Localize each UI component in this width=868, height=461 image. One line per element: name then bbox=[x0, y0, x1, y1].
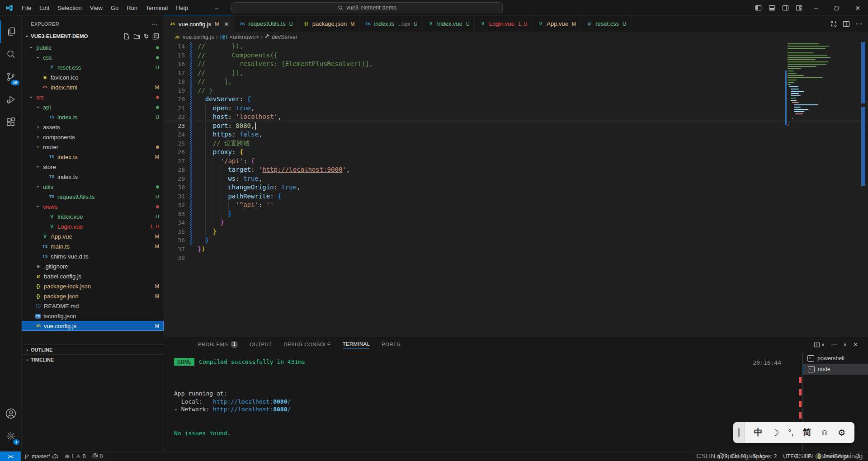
problems-item[interactable]: ⊗1 ⚠0 bbox=[61, 453, 89, 460]
tree-item-shims-vue.d.ts[interactable]: TSshims-vue.d.ts bbox=[22, 251, 164, 261]
minimap[interactable] bbox=[788, 43, 855, 129]
tree-item-README.md[interactable]: ⓘREADME.md bbox=[22, 301, 164, 311]
code-line[interactable]: 35 } bbox=[164, 227, 868, 236]
tree-item-main.ts[interactable]: TSmain.tsM bbox=[22, 241, 164, 251]
menu-file[interactable]: File bbox=[18, 0, 35, 16]
tab-package.json[interactable]: {}package.jsonM bbox=[298, 16, 360, 32]
overview-ruler-decoration[interactable] bbox=[861, 107, 865, 186]
menu-go[interactable]: Go bbox=[107, 0, 123, 16]
tree-item-index.html[interactable]: <>index.htmlM bbox=[22, 82, 164, 92]
panel-more-icon[interactable]: ⋯ bbox=[831, 341, 837, 348]
menu-run[interactable]: Run bbox=[123, 0, 142, 16]
ime-grip[interactable] bbox=[733, 422, 745, 443]
overview-ruler-decoration[interactable] bbox=[861, 42, 865, 103]
explorer-more-icon[interactable]: ⋯ bbox=[152, 20, 158, 28]
split-terminal-button[interactable]: ∨ bbox=[814, 342, 825, 348]
encoding[interactable]: UTF-8 bbox=[780, 453, 802, 460]
tree-item-Login.vue[interactable]: VLogin.vue1, U bbox=[22, 221, 164, 231]
back-arrow-icon[interactable]: ← bbox=[214, 4, 221, 12]
code-line[interactable]: 17// }), bbox=[164, 69, 868, 78]
tree-item-store[interactable]: ›store bbox=[22, 162, 164, 172]
tree-item-tsconfig.json[interactable]: TStsconfig.json bbox=[22, 311, 164, 321]
tree-item-index.ts[interactable]: TSindex.ts bbox=[22, 172, 164, 182]
panel-tab-ports[interactable]: PORTS bbox=[382, 341, 400, 349]
code-line[interactable]: 34 } bbox=[164, 218, 868, 227]
code-line[interactable]: 20 devServer: { bbox=[164, 95, 868, 104]
close-icon[interactable]: ✕ bbox=[224, 21, 229, 28]
notifications-bell[interactable] bbox=[851, 453, 863, 459]
code-editor[interactable]: 14// }),15// Components({16// resolvers:… bbox=[164, 42, 868, 337]
panel-tab-output[interactable]: OUTPUT bbox=[250, 341, 272, 349]
code-line[interactable]: 29 ws: true, bbox=[164, 174, 868, 183]
code-line[interactable]: 26 proxy: { bbox=[164, 148, 868, 157]
code-line[interactable]: 15// Components({ bbox=[164, 51, 868, 60]
more-actions-icon[interactable]: ⋯ bbox=[855, 19, 863, 28]
code-line[interactable]: 28 target: 'http://localhost:9000', bbox=[164, 165, 868, 174]
breadcrumb-item-unknown[interactable]: [@]<unknown> bbox=[220, 34, 259, 40]
terminal-session-node[interactable]: >_node bbox=[803, 364, 868, 375]
breadcrumb-item-vue.config.js[interactable]: JSvue.config.js bbox=[173, 34, 214, 40]
tree-item-views[interactable]: ›views bbox=[22, 202, 164, 212]
code-line[interactable]: 21 open: true, bbox=[164, 104, 868, 113]
ime-button-5[interactable]: ⚙ bbox=[838, 428, 845, 438]
tree-item-assets[interactable]: ›assets bbox=[22, 122, 164, 132]
local-url-link[interactable]: http://localhost:8080/ bbox=[213, 398, 291, 405]
tree-item-babel.config.js[interactable]: Bbabel.config.js bbox=[22, 271, 164, 281]
language-mode[interactable]: {}JavaScript bbox=[814, 453, 851, 460]
tree-item-css[interactable]: ›css bbox=[22, 52, 164, 62]
tree-item-App.vue[interactable]: VApp.vueM bbox=[22, 231, 164, 241]
code-line[interactable]: 14// }), bbox=[164, 42, 868, 51]
tree-item-components[interactable]: ›components bbox=[22, 132, 164, 142]
menu-terminal[interactable]: Terminal bbox=[142, 0, 172, 16]
code-line[interactable]: 38 bbox=[164, 254, 868, 263]
indentation[interactable]: Spaces: 2 bbox=[750, 453, 780, 460]
tab-Login.vue[interactable]: VLogin.vue1, U bbox=[475, 16, 533, 32]
split-editor-icon[interactable] bbox=[843, 20, 850, 28]
toggle-secondary-sidebar-icon[interactable] bbox=[778, 5, 792, 11]
tab-vue.config.js[interactable]: JSvue.config.jsM✕ bbox=[164, 16, 234, 32]
terminal-session-powershell[interactable]: >_powershell bbox=[803, 353, 868, 364]
sidebar-section-timeline[interactable]: ›TIMELINE bbox=[22, 354, 164, 364]
tree-item-utils[interactable]: ›utils bbox=[22, 182, 164, 192]
tree-item-index.ts[interactable]: TSindex.tsM bbox=[22, 152, 164, 162]
code-line[interactable]: 18// ], bbox=[164, 77, 868, 86]
account-button[interactable] bbox=[0, 402, 22, 425]
menu-help[interactable]: Help bbox=[172, 0, 192, 16]
tab-requestUtils.ts[interactable]: TSrequestUtils.tsU bbox=[234, 16, 297, 32]
restore-button[interactable] bbox=[826, 0, 847, 16]
code-line[interactable]: 36 } bbox=[164, 236, 868, 245]
tree-item-.gitignore[interactable]: ◆.gitignore bbox=[22, 261, 164, 271]
tab-App.vue[interactable]: VApp.vueM bbox=[532, 16, 581, 32]
close-panel-icon[interactable]: ✕ bbox=[853, 341, 858, 348]
code-line[interactable]: 16// resolvers: [ElementPlusResolver()], bbox=[164, 60, 868, 69]
code-line[interactable]: 27 '/api': { bbox=[164, 157, 868, 166]
tab-index.ts[interactable]: TSindex.ts...\apiU bbox=[359, 16, 422, 32]
open-changes-icon[interactable] bbox=[830, 20, 837, 28]
menu-selection[interactable]: Selection bbox=[53, 0, 85, 16]
tree-item-requestUtils.ts[interactable]: TSrequestUtils.tsU bbox=[22, 192, 164, 202]
tree-item-package-lock.json[interactable]: {}package-lock.jsonM bbox=[22, 281, 164, 291]
new-folder-icon[interactable] bbox=[133, 33, 140, 40]
tree-item-src[interactable]: ›src bbox=[22, 92, 164, 102]
tree-item-Index.vue[interactable]: VIndex.vueU bbox=[22, 212, 164, 221]
code-line[interactable]: 23 port: 8080, bbox=[164, 122, 868, 131]
tree-item-index.ts[interactable]: TSindex.tsU bbox=[22, 112, 164, 122]
activity-run-debug[interactable] bbox=[0, 88, 22, 111]
breadcrumb-item-devServer[interactable]: devServer bbox=[264, 33, 297, 40]
tree-item-reset.css[interactable]: #reset.cssU bbox=[22, 62, 164, 72]
workspace-section-header[interactable]: › VUE3-ELEMENT-DEMO ↻ bbox=[22, 31, 164, 41]
network-url-link[interactable]: http://localhost:8080/ bbox=[213, 406, 291, 413]
refresh-icon[interactable]: ↻ bbox=[144, 33, 149, 40]
tree-item-public[interactable]: ›public bbox=[22, 42, 164, 52]
panel-tab-debug-console[interactable]: DEBUG CONSOLE bbox=[283, 341, 330, 349]
git-branch-item[interactable]: master* bbox=[21, 453, 61, 460]
activity-search[interactable] bbox=[0, 43, 22, 66]
collapse-all-icon[interactable] bbox=[152, 33, 159, 40]
activity-source-control[interactable]: 16 bbox=[0, 66, 22, 88]
code-line[interactable]: 32 '^api': '' bbox=[164, 201, 868, 210]
activity-extensions[interactable] bbox=[0, 111, 22, 133]
menu-edit[interactable]: Edit bbox=[35, 0, 53, 16]
menu-view[interactable]: View bbox=[86, 0, 107, 16]
code-line[interactable]: 37}) bbox=[164, 245, 868, 254]
tree-item-package.json[interactable]: {}package.jsonM bbox=[22, 291, 164, 301]
